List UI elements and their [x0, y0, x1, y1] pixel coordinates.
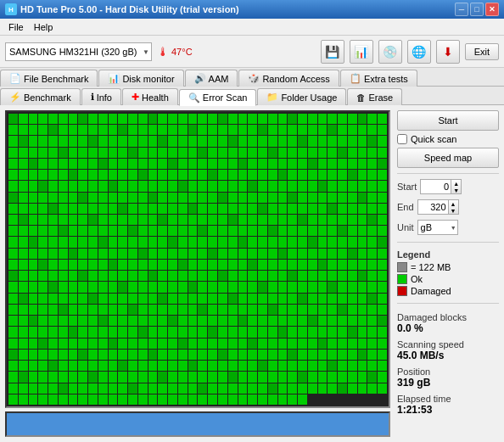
grid-cell — [258, 226, 267, 236]
elapsed-time-label: Elapsed time — [397, 394, 499, 404]
toolbar-btn-1[interactable]: 💾 — [321, 40, 344, 64]
grid-cell — [98, 327, 108, 337]
tab-error-scan[interactable]: 🔍 Error Scan — [179, 89, 257, 106]
grid-cell — [328, 204, 337, 214]
grid-cell — [338, 237, 347, 247]
grid-cell — [188, 372, 198, 382]
grid-cell — [208, 282, 217, 292]
grid-cell — [48, 350, 58, 360]
tab-aam[interactable]: 🔊 AAM — [185, 70, 238, 87]
menu-file[interactable]: File — [3, 21, 29, 33]
grid-cell — [29, 394, 38, 405]
maximize-button[interactable]: □ — [470, 3, 484, 16]
tab-erase[interactable]: 🗑 Erase — [347, 88, 402, 105]
grid-cell — [218, 114, 227, 124]
grid-cell — [318, 159, 328, 169]
grid-cell — [348, 249, 357, 259]
progress-bar — [5, 411, 390, 437]
grid-cell — [38, 361, 48, 371]
grid-cell — [238, 338, 248, 349]
grid-cell — [59, 338, 68, 349]
grid-cell — [168, 249, 177, 259]
grid-cell — [228, 148, 238, 158]
tab-random-access-label: Random Access — [262, 74, 329, 84]
grid-cell — [378, 316, 387, 326]
grid-cell — [8, 383, 18, 394]
grid-cell — [268, 181, 277, 191]
grid-cell — [148, 114, 158, 124]
grid-cell — [109, 327, 118, 337]
position-label: Position — [397, 366, 499, 377]
end-spin-down[interactable]: ▼ — [449, 207, 458, 214]
grid-cell — [78, 249, 87, 259]
tab-benchmark[interactable]: ⚡ Benchmark — [0, 88, 81, 105]
grid-cell — [59, 181, 68, 191]
random-access-icon: 🎲 — [248, 73, 260, 84]
tab-disk-monitor[interactable]: 📊 Disk monitor — [98, 70, 183, 87]
grid-cell — [59, 327, 68, 337]
tab-info[interactable]: ℹ Info — [81, 88, 121, 105]
toolbar-btn-3[interactable]: 💿 — [378, 40, 402, 64]
grid-cell — [158, 350, 167, 360]
close-button[interactable]: ✕ — [485, 3, 499, 16]
menu-help[interactable]: Help — [29, 21, 59, 33]
start-button[interactable]: Start — [397, 110, 499, 131]
tab-file-benchmark[interactable]: 📄 File Benchmark — [0, 70, 98, 87]
minimize-button[interactable]: ─ — [455, 3, 468, 16]
grid-cell — [228, 114, 238, 124]
start-spin-down[interactable]: ▼ — [451, 187, 461, 193]
grid-cell — [278, 260, 288, 270]
grid-cell — [298, 260, 307, 270]
tab-health[interactable]: ✚ Health — [122, 88, 178, 105]
grid-cell — [258, 148, 267, 158]
grid-cell — [258, 215, 267, 225]
tab-folder-usage[interactable]: 📁 Folder Usage — [257, 88, 346, 105]
tab-file-benchmark-label: File Benchmark — [24, 74, 88, 84]
grid-cell — [367, 159, 377, 169]
grid-cell — [118, 316, 127, 326]
grid-cell — [288, 193, 297, 203]
unit-label: Unit — [397, 222, 414, 232]
disk-select[interactable]: SAMSUNG HM321HI (320 gB) — [5, 42, 152, 61]
grid-cell — [59, 372, 68, 382]
grid-cell — [109, 394, 118, 405]
grid-cell — [128, 226, 137, 236]
grid-cell — [19, 294, 28, 304]
grid-cell — [88, 361, 98, 371]
grid-cell — [338, 338, 347, 349]
grid-cell — [118, 215, 127, 225]
grid-cell — [268, 372, 277, 382]
grid-cell — [208, 136, 217, 146]
toolbar-btn-5[interactable]: ⬇ — [436, 40, 460, 64]
start-input[interactable] — [420, 179, 451, 194]
tab-random-access[interactable]: 🎲 Random Access — [238, 70, 339, 87]
toolbar-btn-2[interactable]: 📊 — [350, 40, 373, 64]
toolbar-btn-4[interactable]: 🌐 — [407, 40, 431, 64]
grid-cell — [48, 114, 58, 124]
grid-cell — [59, 350, 68, 360]
grid-cell — [328, 237, 337, 247]
tab-extra-tests[interactable]: 📋 Extra tests — [340, 70, 417, 87]
quick-scan-checkbox[interactable] — [397, 134, 407, 144]
grid-cell — [288, 305, 297, 315]
grid-cell — [29, 215, 38, 225]
grid-cell — [268, 249, 277, 259]
speed-map-button[interactable]: Speed map — [397, 148, 499, 168]
unit-select[interactable]: gB MB cylinder — [417, 220, 458, 235]
start-spin-up[interactable]: ▲ — [451, 180, 461, 187]
grid-cell — [248, 204, 257, 214]
grid-cell — [258, 114, 267, 124]
grid-cell — [318, 294, 328, 304]
end-spin-up[interactable]: ▲ — [449, 200, 458, 207]
grid-cell — [109, 305, 118, 315]
grid-cell — [178, 282, 188, 292]
elapsed-time-group: Elapsed time 1:21:53 — [397, 394, 499, 416]
grid-cell — [308, 260, 317, 270]
grid-cell — [198, 305, 207, 315]
grid-cell — [48, 193, 58, 203]
exit-button[interactable]: Exit — [465, 43, 499, 60]
grid-cell — [308, 114, 317, 124]
grid-cell — [268, 170, 277, 180]
end-input[interactable] — [417, 199, 448, 215]
grid-cell — [178, 237, 188, 247]
